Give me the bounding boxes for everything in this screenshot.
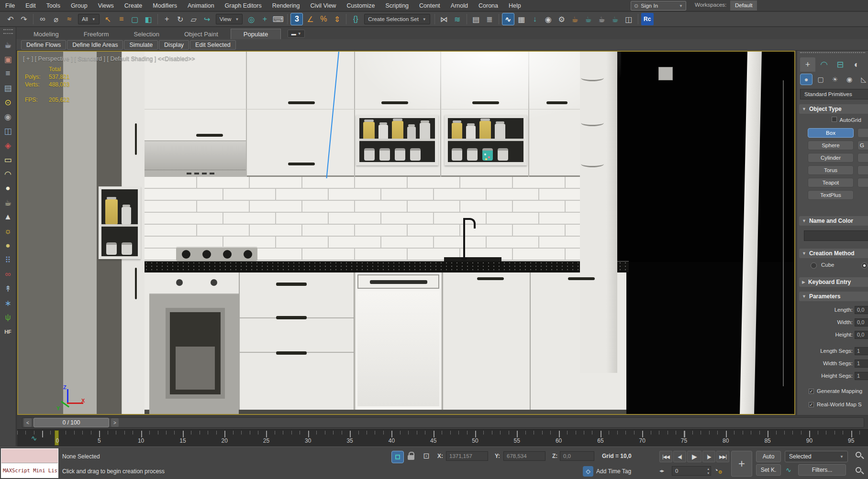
material-editor-icon[interactable]: ◉: [542, 13, 555, 25]
render-production-icon[interactable]: ☕: [569, 13, 581, 25]
listener-output[interactable]: [1, 449, 58, 463]
film-camera-icon[interactable]: ◉: [1, 109, 15, 124]
menu-group[interactable]: Group: [66, 0, 93, 11]
menu-animation[interactable]: Animation: [182, 0, 220, 11]
frame-stepper[interactable]: ◂▸: [659, 468, 664, 473]
menu-graph-editors[interactable]: Graph Editors: [220, 0, 267, 11]
category-shapes[interactable]: ▢: [814, 74, 827, 85]
select-and-move-icon[interactable]: +: [161, 13, 173, 25]
category-lights[interactable]: ☀: [829, 74, 841, 85]
menu-file[interactable]: File: [0, 0, 20, 11]
render-frame-window-icon[interactable]: ↓: [529, 13, 541, 25]
z-field[interactable]: 0,0: [560, 451, 594, 461]
object-name-field[interactable]: [804, 230, 868, 241]
cone-icon[interactable]: ▲: [1, 210, 15, 224]
param-field-length-segs[interactable]: 1: [855, 347, 868, 355]
tool-display[interactable]: Display: [159, 40, 189, 50]
primitive-textplus-button[interactable]: TextPlus: [808, 190, 854, 200]
checkbox-checked[interactable]: ✓: [809, 402, 814, 407]
create-selection-set-dropdown[interactable]: Create Selection Set▼: [364, 14, 430, 24]
previous-frame-arrow[interactable]: <: [24, 418, 32, 427]
curve-editor-icon[interactable]: ∿: [502, 13, 514, 25]
mirror-icon[interactable]: ⋈: [438, 13, 450, 25]
window-crossing-icon[interactable]: ◧: [142, 13, 155, 25]
reference-coordinate-system-dropdown[interactable]: View▼: [216, 14, 243, 24]
wire-teapot-icon[interactable]: ☕: [1, 196, 15, 210]
select-and-manipulate-icon[interactable]: +: [258, 13, 271, 25]
transform-type-in-icon[interactable]: ⊡: [423, 451, 429, 460]
keyboard-shortcut-override-icon[interactable]: ⌨: [272, 13, 284, 25]
array-icon[interactable]: ⠿: [1, 253, 15, 267]
track-bar[interactable]: ∿ 05101520253035404550556065707580859095: [17, 429, 868, 446]
percent-snap-icon[interactable]: %: [317, 13, 330, 25]
workspace-dropdown[interactable]: Default: [730, 0, 757, 11]
menu-content[interactable]: Content: [414, 0, 445, 11]
menu-create[interactable]: Create: [119, 0, 148, 11]
primitive-torus-button[interactable]: Torus: [808, 165, 854, 175]
list-dialog-icon[interactable]: ≡: [1, 66, 15, 81]
previous-frame-button[interactable]: ◀|: [673, 451, 686, 462]
tool-define-idle-areas[interactable]: Define Idle Areas: [67, 40, 123, 50]
viewport-canvas[interactable]: Z X Y [ + ] [ Perspective ] [ Standard ]…: [17, 51, 795, 415]
set-key-button[interactable]: Set K.: [756, 464, 781, 476]
param-field-height[interactable]: 0,0: [855, 331, 868, 339]
dome-light-icon[interactable]: ◠: [1, 167, 15, 181]
select-and-place-icon[interactable]: ↪: [201, 13, 213, 25]
molecule-icon[interactable]: ∞: [1, 267, 15, 282]
robot-camera-icon[interactable]: ◈: [1, 138, 15, 152]
sphere-light-icon[interactable]: ●: [1, 181, 15, 196]
auto-key-button[interactable]: Auto: [756, 451, 781, 462]
isolate-selection-toggle[interactable]: [391, 451, 404, 463]
tab-freeform[interactable]: Freeform: [71, 29, 122, 39]
grass-icon[interactable]: ψ: [1, 310, 15, 325]
tab-populate[interactable]: Populate: [231, 29, 281, 39]
menu-corona[interactable]: Corona: [473, 0, 503, 11]
rendered-frame-icon[interactable]: ▣: [1, 52, 15, 66]
camera-monitor-icon[interactable]: ◫: [1, 124, 15, 138]
autogrid-row[interactable]: AutoGrid: [797, 117, 868, 123]
menu-tools[interactable]: Tools: [41, 0, 66, 11]
redo-icon[interactable]: ↷: [18, 13, 30, 25]
menu-edit[interactable]: Edit: [20, 0, 41, 11]
param-field-length[interactable]: 0,0: [855, 306, 868, 314]
category-dropdown[interactable]: Standard Primitives: [800, 89, 868, 99]
key-filters-icon[interactable]: ∿: [786, 466, 791, 474]
align-icon[interactable]: ≋: [451, 13, 464, 25]
param-field-height-segs[interactable]: 1: [855, 372, 868, 380]
menu-rendering[interactable]: Rendering: [267, 0, 305, 11]
bind-to-space-warp-icon[interactable]: ≈: [63, 13, 76, 25]
tab-modify[interactable]: ◠: [816, 57, 832, 72]
menu-views[interactable]: Views: [93, 0, 119, 11]
tab-create[interactable]: +: [800, 57, 815, 72]
category-geometry[interactable]: ●: [800, 74, 812, 85]
primitive-partial-button[interactable]: G: [857, 141, 868, 150]
select-by-name-icon[interactable]: ≡: [115, 13, 128, 25]
select-object-icon[interactable]: ↖: [102, 13, 114, 25]
menu-customize[interactable]: Customize: [341, 0, 380, 11]
zoom-region-icon[interactable]: [856, 467, 861, 473]
toggle-layer-explorer-icon[interactable]: ≣: [483, 13, 496, 25]
tool-edit-selected[interactable]: Edit Selected: [190, 40, 236, 50]
zoom-icon[interactable]: [856, 452, 861, 457]
param-field-width-segs[interactable]: 1: [855, 359, 868, 368]
render-setup-icon[interactable]: ⚙: [556, 13, 568, 25]
light-lister-icon[interactable]: ⊙: [1, 95, 15, 109]
tab-modeling[interactable]: Modeling: [21, 29, 71, 39]
rectangular-selection-region-icon[interactable]: ▢: [129, 13, 141, 25]
render-flyout-icon[interactable]: ☕: [609, 13, 622, 25]
selection-lock-icon[interactable]: [408, 455, 414, 460]
checkbox-checked[interactable]: ✓: [809, 389, 814, 394]
toggle-scene-explorer-icon[interactable]: ▤: [470, 13, 482, 25]
rollout-keyboard-entry[interactable]: ▶ Keyboard Entry: [799, 277, 868, 287]
add-time-tag-label[interactable]: Add Time Tag: [596, 468, 631, 475]
radio-box[interactable]: [861, 262, 868, 269]
menu-scripting[interactable]: Scripting: [380, 0, 414, 11]
teapot-window-icon[interactable]: ☕: [1, 38, 15, 52]
select-and-rotate-icon[interactable]: ↻: [174, 13, 187, 25]
rollout-parameters[interactable]: ▼ Parameters: [799, 292, 868, 301]
maxscript-mini-listener[interactable]: MAXScript Mini Listen: [1, 448, 58, 478]
filters-button[interactable]: Filters...: [798, 464, 846, 476]
select-and-link-icon[interactable]: ∞: [36, 13, 49, 25]
play-button[interactable]: ▶: [687, 451, 701, 462]
rollout-name-color[interactable]: ▼ Name and Color: [799, 216, 868, 226]
